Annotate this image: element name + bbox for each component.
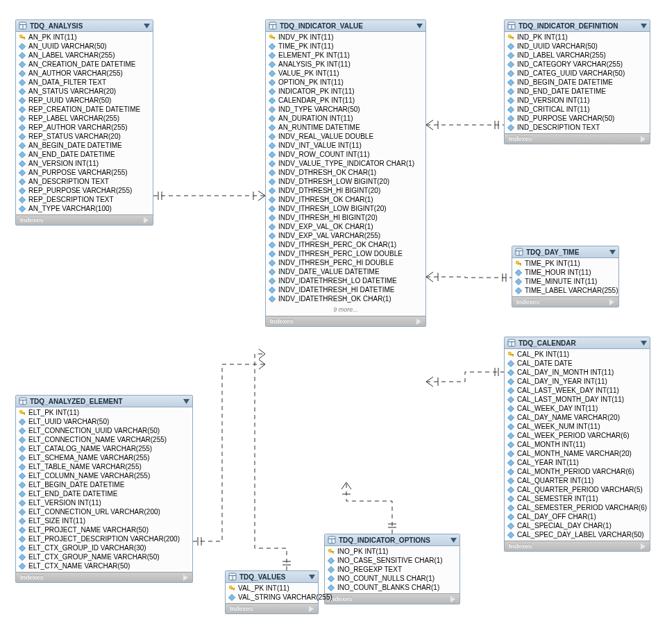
collapse-icon[interactable] (183, 399, 189, 404)
db-table-values[interactable]: TDQ_VALUES VAL_PK INT(11) VAL_STRING VAR… (225, 570, 319, 614)
expand-icon[interactable] (416, 319, 421, 325)
column-row[interactable]: INDV_DTHRESH_LOW BIGINT(20) (269, 177, 423, 186)
column-row[interactable]: AN_PK INT(11) (19, 33, 150, 42)
column-row[interactable]: INDV_EXP_VAL VARCHAR(255) (269, 231, 423, 240)
db-table-analysis[interactable]: TDQ_ANALYSIS AN_PK INT(11) AN_UUID VARCH… (15, 19, 153, 226)
column-row[interactable]: INO_CASE_SENSITIVE CHAR(1) (328, 556, 457, 565)
column-row[interactable]: CAL_SEMESTER_PERIOD VARCHAR(6) (507, 503, 647, 512)
column-row[interactable]: CAL_DAY_NAME VARCHAR(20) (507, 413, 647, 422)
column-row[interactable]: CAL_MONTH_NAME VARCHAR(20) (507, 449, 647, 458)
column-row[interactable]: INDV_IDATETHRESH_LO DATETIME (269, 276, 423, 285)
expand-icon[interactable] (641, 136, 646, 142)
indexes-section[interactable]: Indexes (16, 214, 153, 225)
column-row[interactable]: VALUE_PK INT(11) (269, 69, 423, 78)
column-row[interactable]: ELT_CTX_GROUP_ID VARCHAR(30) (19, 543, 189, 552)
column-row[interactable]: INDV_ITHRESH_PERC_LOW DOUBLE (269, 249, 423, 258)
column-row[interactable]: INDV_ITHRESH_HI BIGINT(20) (269, 213, 423, 222)
column-row[interactable]: CAL_QUARTER INT(11) (507, 476, 647, 485)
column-row[interactable]: AN_DURATION INT(11) (269, 114, 423, 123)
column-row[interactable]: REP_CREATION_DATE DATETIME (19, 105, 150, 114)
expand-icon[interactable] (641, 543, 646, 550)
table-header[interactable]: TDQ_DAY_TIME (512, 246, 618, 258)
column-row[interactable]: CAL_WEEK_PERIOD VARCHAR(6) (507, 431, 647, 440)
column-row[interactable]: INDV_VALUE_TYPE_INDICATOR CHAR(1) (269, 159, 423, 168)
expand-icon[interactable] (144, 217, 149, 223)
column-row[interactable]: ELT_COLUMN_NAME VARCHAR(255) (19, 471, 189, 480)
column-row[interactable]: ELT_CTX_NAME VARCHAR(50) (19, 561, 189, 570)
column-row[interactable]: AN_PURPOSE VARCHAR(255) (19, 168, 150, 177)
expand-icon[interactable] (609, 299, 614, 305)
indexes-section[interactable]: Indexes (505, 541, 650, 551)
column-row[interactable]: AN_TYPE VARCHAR(100) (19, 204, 150, 213)
table-header[interactable]: TDQ_INDICATOR_OPTIONS (325, 534, 459, 546)
column-row[interactable]: IND_CATEG_UUID VARCHAR(50) (507, 69, 647, 78)
column-row[interactable]: INDICATOR_PK INT(11) (269, 87, 423, 96)
collapse-icon[interactable] (309, 575, 315, 579)
column-row[interactable]: INDV_ITHRESH_PERC_OK CHAR(1) (269, 240, 423, 249)
column-row[interactable]: AN_LABEL VARCHAR(255) (19, 51, 150, 60)
column-row[interactable]: CAL_SPEC_DAY_LABEL VARCHAR(50) (507, 530, 647, 539)
column-row[interactable]: ELT_TABLE_NAME VARCHAR(255) (19, 462, 189, 471)
column-row[interactable]: INDV_EXP_VAL_OK CHAR(1) (269, 222, 423, 231)
column-row[interactable]: VAL_PK INT(11) (228, 584, 315, 593)
column-row[interactable]: AN_DATA_FILTER TEXT (19, 78, 150, 87)
column-row[interactable]: INO_COUNT_BLANKS CHAR(1) (328, 583, 457, 592)
db-table-analyzed_element[interactable]: TDQ_ANALYZED_ELEMENT ELT_PK INT(11) ELT_… (15, 395, 193, 583)
column-row[interactable]: ELT_CATALOG_NAME VARCHAR(255) (19, 444, 189, 453)
column-row[interactable]: IND_VERSION INT(11) (507, 96, 647, 105)
column-row[interactable]: ELT_BEGIN_DATE DATETIME (19, 480, 189, 489)
column-row[interactable]: AN_UUID VARCHAR(50) (19, 42, 150, 51)
table-header[interactable]: TDQ_INDICATOR_VALUE (266, 20, 425, 32)
column-row[interactable]: ELT_PROJECT_NAME VARCHAR(50) (19, 525, 189, 534)
column-row[interactable]: VAL_STRING VARCHAR(255) (228, 593, 315, 602)
column-row[interactable]: ELT_UUID VARCHAR(50) (19, 417, 189, 426)
db-table-day_time[interactable]: TDQ_DAY_TIME TIME_PK INT(11) TIME_HOUR I… (512, 246, 619, 307)
column-row[interactable]: CAL_PK INT(11) (507, 350, 647, 359)
column-row[interactable]: TIME_PK INT(11) (515, 259, 616, 268)
column-row[interactable]: ELT_PK INT(11) (19, 408, 189, 417)
collapse-icon[interactable] (641, 24, 647, 28)
column-row[interactable]: CAL_DAY_IN_MONTH INT(11) (507, 368, 647, 377)
column-row[interactable]: IND_TYPE VARCHAR(50) (269, 105, 423, 114)
collapse-icon[interactable] (144, 24, 150, 28)
more-columns-label[interactable]: 9 more... (266, 305, 425, 316)
column-row[interactable]: IND_CATEGORY VARCHAR(255) (507, 60, 647, 69)
column-row[interactable]: REP_DESCRIPTION TEXT (19, 195, 150, 204)
column-row[interactable]: ANALYSIS_PK INT(11) (269, 60, 423, 69)
indexes-section[interactable]: Indexes (512, 296, 618, 307)
column-row[interactable]: CAL_SPECIAL_DAY CHAR(1) (507, 521, 647, 530)
column-row[interactable]: IND_LABEL VARCHAR(255) (507, 51, 647, 60)
column-row[interactable]: ELT_CTX_GROUP_NAME VARCHAR(50) (19, 552, 189, 561)
collapse-icon[interactable] (416, 24, 423, 28)
column-row[interactable]: IND_CRITICAL INT(11) (507, 105, 647, 114)
column-row[interactable]: AN_AUTHOR VARCHAR(255) (19, 69, 150, 78)
column-row[interactable]: ELT_CONNECTION_URL VARCHAR(200) (19, 507, 189, 516)
column-row[interactable]: IND_END_DATE DATETIME (507, 87, 647, 96)
column-row[interactable]: AN_DESCRIPTION TEXT (19, 177, 150, 186)
db-table-indicator_options[interactable]: TDQ_INDICATOR_OPTIONS INO_PK INT(11) INO… (324, 534, 460, 604)
column-row[interactable]: CAL_MONTH INT(11) (507, 440, 647, 449)
expand-icon[interactable] (450, 596, 455, 602)
column-row[interactable]: CAL_DAY_OFF CHAR(1) (507, 512, 647, 521)
column-row[interactable]: INDV_ITHRESH_LOW BIGINT(20) (269, 204, 423, 213)
column-row[interactable]: CAL_LAST_MONTH_DAY INT(11) (507, 395, 647, 404)
column-row[interactable]: REP_STATUS VARCHAR(20) (19, 132, 150, 141)
column-row[interactable]: IND_DESCRIPTION TEXT (507, 123, 647, 132)
column-row[interactable]: REP_LABEL VARCHAR(255) (19, 114, 150, 123)
column-row[interactable]: INDV_IDATETHRESH_HI DATETIME (269, 285, 423, 294)
indexes-section[interactable]: Indexes (325, 593, 459, 604)
column-row[interactable]: AN_BEGIN_DATE DATETIME (19, 141, 150, 150)
column-row[interactable]: CAL_MONTH_PERIOD VARCHAR(6) (507, 467, 647, 476)
column-row[interactable]: CAL_LAST_WEEK_DAY INT(11) (507, 386, 647, 395)
column-row[interactable]: INDV_ROW_COUNT INT(11) (269, 150, 423, 159)
column-row[interactable]: CAL_DAY_IN_YEAR INT(11) (507, 377, 647, 386)
column-row[interactable]: AN_RUNTIME DATETIME (269, 123, 423, 132)
column-row[interactable]: TIME_PK INT(11) (269, 42, 423, 51)
column-row[interactable]: IND_PURPOSE VARCHAR(50) (507, 114, 647, 123)
expand-icon[interactable] (183, 575, 188, 581)
column-row[interactable]: ELT_SIZE INT(11) (19, 516, 189, 525)
column-row[interactable]: INO_PK INT(11) (328, 547, 457, 556)
column-row[interactable]: TIME_MINUTE INT(11) (515, 277, 616, 286)
column-row[interactable]: REP_UUID VARCHAR(50) (19, 96, 150, 105)
column-row[interactable]: INDV_IDATETHRESH_OK CHAR(1) (269, 294, 423, 303)
